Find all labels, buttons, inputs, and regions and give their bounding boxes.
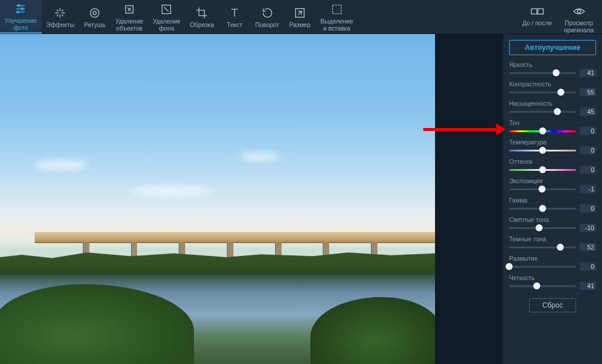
tool-label: Удаление фона	[153, 18, 180, 32]
rotate-icon	[261, 6, 274, 19]
svg-rect-12	[531, 8, 537, 14]
target-icon	[88, 6, 101, 19]
svg-point-14	[577, 9, 580, 12]
tool-enhance[interactable]: Улучшение фото	[0, 0, 42, 33]
slider-thumb[interactable]	[539, 186, 546, 193]
tool-crop[interactable]: Обрезка	[185, 0, 219, 33]
slider-value: 41	[580, 69, 596, 77]
slider-track[interactable]	[509, 266, 576, 268]
adjustments-panel: Автоулучшение Яркость41Контрастность55На…	[503, 34, 602, 364]
tool-select-paste[interactable]: Выделение и вставка	[316, 0, 358, 33]
tool-retouch[interactable]: Ретушь	[79, 0, 111, 33]
tool-label: Выделение и вставка	[320, 18, 353, 32]
slider-value: 55	[580, 88, 596, 96]
slider-thumb[interactable]	[533, 282, 540, 289]
slider-track[interactable]	[509, 188, 576, 190]
before-after-label: До / после	[523, 20, 553, 27]
eye-icon	[573, 5, 586, 18]
slider-track[interactable]	[509, 169, 576, 171]
slider-track[interactable]	[509, 150, 576, 151]
tool-remove-obj[interactable]: Удаление объектов	[111, 0, 148, 33]
workspace	[0, 34, 503, 364]
resize-icon	[293, 6, 306, 19]
slider-thumb[interactable]	[539, 147, 546, 154]
compare-icon	[531, 5, 544, 18]
slider-thumb[interactable]	[557, 89, 564, 96]
slider-value: 0	[580, 166, 596, 174]
svg-rect-11	[332, 5, 341, 14]
slider-label: Светлые тона	[509, 216, 596, 223]
slider-track[interactable]	[509, 72, 576, 74]
slider-value: -10	[580, 224, 596, 232]
view-original-label: Просмотр оригинала	[564, 20, 594, 33]
slider-label: Оттенок	[509, 158, 596, 165]
slider-track[interactable]	[509, 247, 576, 248]
slider-label: Температура	[509, 139, 596, 146]
image-canvas[interactable]	[0, 34, 435, 364]
slider-label: Насыщенность	[509, 100, 596, 107]
slider-value: 45	[580, 107, 596, 116]
slider-thumb[interactable]	[536, 224, 543, 231]
slider-track[interactable]	[509, 111, 576, 113]
slider-contrast: Контрастность55	[509, 80, 596, 96]
slider-value: 0	[580, 127, 596, 135]
slider-thumb[interactable]	[554, 108, 561, 115]
slider-saturation: Насыщенность45	[509, 100, 596, 116]
tool-label: Текст	[227, 22, 242, 29]
slider-value: 0	[580, 204, 596, 213]
tool-remove-bg[interactable]: Удаление фона	[148, 0, 185, 33]
slider-hue: Тон0	[509, 119, 596, 135]
slider-label: Экспозиция	[509, 177, 596, 184]
select-icon	[330, 3, 343, 16]
auto-enhance-button[interactable]: Автоулучшение	[509, 40, 596, 55]
slider-sharpness: Четкость41	[509, 274, 596, 290]
tool-label: Эффекты	[46, 22, 75, 29]
slider-label: Яркость	[509, 61, 596, 68]
reset-button[interactable]: Сброс	[529, 298, 576, 312]
tool-label: Поворот	[255, 22, 279, 29]
slider-thumb[interactable]	[539, 127, 546, 134]
tool-resize[interactable]: Размер	[284, 0, 316, 33]
main-toolbar: Улучшение фотоЭффектыРетушьУдаление объе…	[0, 0, 602, 34]
slider-thumb[interactable]	[553, 69, 560, 76]
slider-blur: Размытие0	[509, 255, 596, 271]
annotation-arrow	[423, 123, 506, 135]
slider-label: Темные тона	[509, 235, 596, 242]
slider-exposure: Экспозиция-1	[509, 177, 596, 193]
slider-label: Тон	[509, 119, 596, 126]
slider-gamma: Гамма0	[509, 197, 596, 213]
tool-effects[interactable]: Эффекты	[42, 0, 79, 33]
slider-thumb[interactable]	[539, 205, 546, 212]
tool-text[interactable]: Текст	[219, 0, 250, 33]
slider-thumb[interactable]	[557, 244, 564, 251]
erase-bg-icon	[160, 3, 173, 16]
slider-highlights: Светлые тона-10	[509, 216, 596, 232]
slider-track[interactable]	[509, 208, 576, 210]
slider-thumb[interactable]	[506, 263, 513, 270]
slider-temperature: Температура0	[509, 139, 596, 154]
slider-track[interactable]	[509, 92, 576, 93]
slider-tint: Оттенок0	[509, 158, 596, 174]
svg-point-7	[93, 11, 97, 15]
before-after-button[interactable]: До / после	[517, 0, 558, 29]
slider-label: Четкость	[509, 274, 596, 281]
slider-shadows: Темные тона52	[509, 235, 596, 251]
slider-track[interactable]	[509, 130, 576, 132]
slider-label: Гамма	[509, 197, 596, 204]
tool-label: Ретушь	[84, 22, 105, 29]
slider-track[interactable]	[509, 285, 576, 287]
slider-thumb[interactable]	[539, 166, 546, 173]
sparkle-icon	[53, 6, 66, 19]
tool-rotate[interactable]: Поворот	[250, 0, 284, 33]
slider-value: -1	[580, 185, 596, 193]
tool-label: Удаление объектов	[115, 18, 143, 32]
slider-value: 41	[580, 282, 596, 290]
tool-label: Размер	[289, 22, 310, 29]
slider-value: 52	[580, 243, 596, 251]
slider-label: Размытие	[509, 255, 596, 262]
svg-point-6	[91, 8, 99, 17]
slider-track[interactable]	[509, 227, 576, 229]
view-original-button[interactable]: Просмотр оригинала	[558, 0, 600, 36]
slider-value: 0	[580, 146, 596, 154]
erase-obj-icon	[123, 3, 136, 16]
